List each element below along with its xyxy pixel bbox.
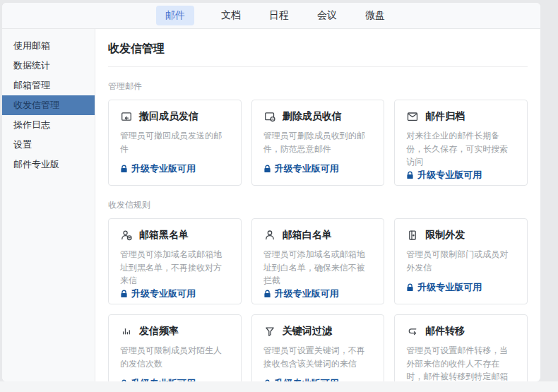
upgrade-pro-link[interactable]: 升级专业版可用 xyxy=(406,169,516,182)
blacklist-icon xyxy=(120,229,133,242)
upgrade-pro-link[interactable]: 升级专业版可用 xyxy=(263,287,373,300)
sidebar-item-mailbox-management[interactable]: 邮箱管理 xyxy=(2,76,95,95)
card-whitelist[interactable]: 邮箱白名单 管理员可添加域名或邮箱地址到白名单，确保来信不被拦截 升级专业版可用 xyxy=(251,218,385,304)
card-mail-transfer[interactable]: 邮件转移 管理员可设置邮件转移，当外部来信的收件人不存在时，邮件被转移到特定邮箱… xyxy=(394,314,528,381)
lock-icon xyxy=(406,283,414,292)
tab-drive[interactable]: 微盘 xyxy=(364,6,386,25)
card-restrict-outgoing[interactable]: 限制外发 管理员可限制部门或成员对外发信 升级专业版可用 xyxy=(394,218,528,304)
upgrade-pro-label: 升级专业版可用 xyxy=(417,169,482,182)
card-title: 撤回成员发信 xyxy=(139,110,198,123)
tab-docs[interactable]: 文档 xyxy=(220,6,242,25)
upgrade-pro-link[interactable]: 升级专业版可用 xyxy=(406,281,516,294)
app-window: 邮件 文档 日程 会议 微盘 使用邮箱 数据统计 邮箱管理 收发信管理 操作日志… xyxy=(2,3,540,381)
card-description: 管理员可添加域名或邮箱地址到黑名单，不再接收对方来信 xyxy=(120,248,230,287)
upgrade-pro-link[interactable]: 升级专业版可用 xyxy=(120,162,230,175)
upgrade-pro-link[interactable]: 升级专业版可用 xyxy=(120,287,230,300)
sidebar-item-settings[interactable]: 设置 xyxy=(2,135,95,155)
tab-calendar[interactable]: 日程 xyxy=(268,6,290,25)
card-blacklist[interactable]: 邮箱黑名单 管理员可添加域名或邮箱地址到黑名单，不再接收对方来信 升级专业版可用 xyxy=(108,218,242,304)
sidebar-item-operation-log[interactable]: 操作日志 xyxy=(2,115,95,135)
mail-archive-icon xyxy=(406,110,419,123)
card-title: 邮箱黑名单 xyxy=(139,229,189,242)
card-title: 删除成员收信 xyxy=(283,110,342,123)
section-label-send-receive-rules: 收发信规则 xyxy=(108,199,528,211)
tab-meeting[interactable]: 会议 xyxy=(316,6,338,25)
card-mail-archive[interactable]: 邮件归档 对来往企业的邮件长期备份，长久保存，可实时搜索访问 升级专业版可用 xyxy=(394,100,528,186)
card-description: 管理员可限制部门或成员对外发信 xyxy=(406,248,516,274)
rules-card-grid: 邮箱黑名单 管理员可添加域名或邮箱地址到黑名单，不再接收对方来信 升级专业版可用… xyxy=(108,218,528,381)
card-title: 邮箱白名单 xyxy=(283,229,332,242)
card-recall-member-mail[interactable]: 撤回成员发信 管理员可撤回成员发送的邮件 升级专业版可用 xyxy=(108,100,242,186)
upgrade-pro-label: 升级专业版可用 xyxy=(131,287,196,300)
lock-icon xyxy=(263,290,271,298)
whitelist-icon xyxy=(263,229,276,242)
lock-icon xyxy=(120,290,128,298)
card-send-frequency[interactable]: 发信频率 管理员可限制成员对陌生人的发信次数 升级专业版可用 xyxy=(108,314,242,381)
upgrade-pro-label: 升级专业版可用 xyxy=(131,162,196,175)
card-title: 邮件转移 xyxy=(425,325,465,338)
section-label-manage-mail: 管理邮件 xyxy=(108,81,528,93)
card-description: 对来往企业的邮件长期备份，长久保存，可实时搜索访问 xyxy=(406,129,516,169)
card-description: 管理员可设置关键词，不再接收包含该关键词的来信 xyxy=(263,344,373,370)
page-title: 收发信管理 xyxy=(108,39,528,67)
card-title: 关键词过滤 xyxy=(283,325,332,338)
upgrade-pro-label: 升级专业版可用 xyxy=(417,281,482,294)
lock-icon xyxy=(406,171,414,179)
card-description: 管理员可设置邮件转移，当外部来信的收件人不存在时，邮件被转移到特定邮箱 xyxy=(406,344,516,381)
send-frequency-icon xyxy=(120,325,133,338)
main-content: 收发信管理 管理邮件 撤回成员发信 管理员可撤回成员发送的邮件 升级专业版可用 xyxy=(95,29,540,381)
sidebar-item-statistics[interactable]: 数据统计 xyxy=(2,56,95,76)
card-description: 管理员可限制成员对陌生人的发信次数 xyxy=(120,344,230,370)
sidebar-item-send-receive-management[interactable]: 收发信管理 xyxy=(2,95,95,115)
restrict-outgoing-icon xyxy=(406,229,419,242)
upgrade-pro-label: 升级专业版可用 xyxy=(275,162,339,175)
lock-icon xyxy=(263,165,271,173)
card-title: 发信频率 xyxy=(139,325,179,338)
card-description: 管理员可撤回成员发送的邮件 xyxy=(120,129,230,155)
sidebar: 使用邮箱 数据统计 邮箱管理 收发信管理 操作日志 设置 邮件专业版 xyxy=(2,29,95,381)
card-description: 管理员可添加域名或邮箱地址到白名单，确保来信不被拦截 xyxy=(263,248,373,287)
card-title: 邮件归档 xyxy=(425,110,465,123)
delete-mail-icon xyxy=(263,110,276,123)
top-nav: 邮件 文档 日程 会议 微盘 xyxy=(2,3,540,29)
page-backdrop-bottom xyxy=(0,381,558,392)
card-title: 限制外发 xyxy=(425,229,465,242)
sidebar-item-mail-pro[interactable]: 邮件专业版 xyxy=(2,155,95,174)
keyword-filter-icon xyxy=(263,325,276,338)
sidebar-item-use-mailbox[interactable]: 使用邮箱 xyxy=(2,36,95,56)
mail-transfer-icon xyxy=(406,325,419,338)
manage-mail-card-grid: 撤回成员发信 管理员可撤回成员发送的邮件 升级专业版可用 删除成员收信 xyxy=(108,100,528,186)
upgrade-pro-link[interactable]: 升级专业版可用 xyxy=(263,162,373,175)
card-delete-member-mail[interactable]: 删除成员收信 管理员可删除成员收到的邮件，防范恶意邮件 升级专业版可用 xyxy=(251,100,385,186)
lock-icon xyxy=(120,165,128,173)
recall-mail-icon xyxy=(120,110,133,123)
upgrade-pro-label: 升级专业版可用 xyxy=(275,287,339,300)
tab-mail[interactable]: 邮件 xyxy=(156,6,194,25)
card-keyword-filter[interactable]: 关键词过滤 管理员可设置关键词，不再接收包含该关键词的来信 升级专业版可用 xyxy=(251,314,385,381)
card-description: 管理员可删除成员收到的邮件，防范恶意邮件 xyxy=(263,129,373,155)
